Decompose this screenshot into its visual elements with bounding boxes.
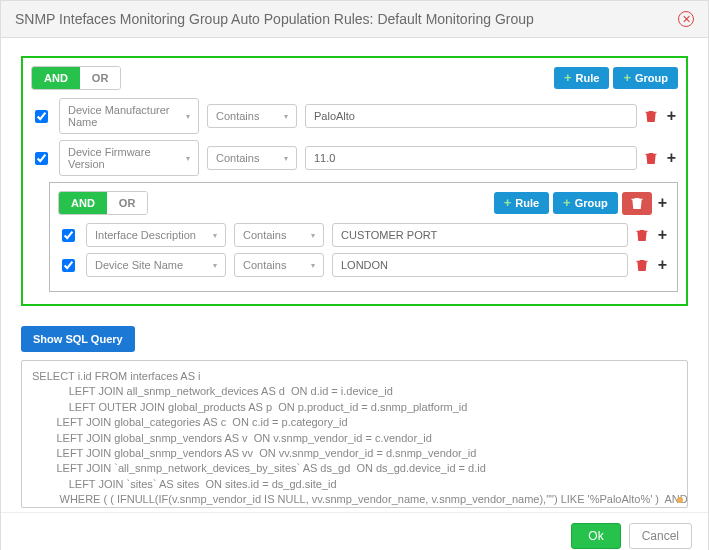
rule-checkbox[interactable] [35, 110, 48, 123]
add-rule-inline-button[interactable]: + [665, 149, 678, 167]
delete-group-button[interactable] [622, 192, 652, 215]
and-button[interactable]: AND [32, 67, 80, 89]
scroll-indicator-icon [677, 497, 683, 503]
plus-icon: + [504, 198, 512, 208]
rule-checkbox[interactable] [62, 229, 75, 242]
outer-rule-group: AND OR + Rule + Group [21, 56, 688, 306]
add-group-label: Group [635, 72, 668, 84]
field-select[interactable]: Device Firmware Version ▾ [59, 140, 199, 176]
value-input[interactable] [305, 104, 637, 128]
field-select[interactable]: Device Manufacturer Name ▾ [59, 98, 199, 134]
field-label: Interface Description [95, 229, 196, 241]
and-button[interactable]: AND [59, 192, 107, 214]
sql-section: Show SQL Query SELECT i.id FROM interfac… [1, 314, 708, 512]
outer-group-header: AND OR + Rule + Group [31, 66, 678, 90]
inner-group-actions: + Rule + Group + [494, 192, 669, 215]
rule-row: Device Firmware Version ▾ Contains ▾ + [31, 140, 678, 176]
add-rule-label: Rule [576, 72, 600, 84]
rule-checkbox[interactable] [62, 259, 75, 272]
operator-select[interactable]: Contains ▾ [234, 223, 324, 247]
field-label: Device Firmware Version [68, 146, 182, 170]
operator-label: Contains [243, 259, 286, 271]
chevron-down-icon: ▾ [186, 154, 190, 163]
rule-row: Device Site Name ▾ Contains ▾ + [58, 253, 669, 277]
chevron-down-icon: ▾ [213, 261, 217, 270]
operator-label: Contains [243, 229, 286, 241]
field-select[interactable]: Interface Description ▾ [86, 223, 226, 247]
add-rule-button[interactable]: + Rule [554, 67, 609, 89]
rule-checkbox[interactable] [35, 152, 48, 165]
trash-icon[interactable] [645, 110, 657, 123]
modal-body: AND OR + Rule + Group [1, 38, 708, 314]
chevron-down-icon: ▾ [284, 154, 288, 163]
add-group-inline-button[interactable]: + [656, 194, 669, 212]
add-rule-inline-button[interactable]: + [656, 256, 669, 274]
logic-toggle: AND OR [58, 191, 148, 215]
trash-icon[interactable] [645, 152, 657, 165]
add-rule-inline-button[interactable]: + [665, 107, 678, 125]
trash-icon[interactable] [636, 259, 648, 272]
or-button[interactable]: OR [80, 67, 121, 89]
chevron-down-icon: ▾ [284, 112, 288, 121]
add-group-label: Group [575, 197, 608, 209]
field-label: Device Site Name [95, 259, 183, 271]
modal: SNMP Intefaces Monitoring Group Auto Pop… [0, 0, 709, 550]
chevron-down-icon: ▾ [186, 112, 190, 121]
operator-select[interactable]: Contains ▾ [234, 253, 324, 277]
chevron-down-icon: ▾ [311, 261, 315, 270]
inner-group-header: AND OR + Rule + Group [58, 191, 669, 215]
sql-query-box[interactable]: SELECT i.id FROM interfaces AS i LEFT JO… [21, 360, 688, 508]
chevron-down-icon: ▾ [311, 231, 315, 240]
inner-rule-group: AND OR + Rule + Group [49, 182, 678, 292]
plus-icon: + [564, 73, 572, 83]
add-group-button[interactable]: + Group [613, 67, 678, 89]
field-label: Device Manufacturer Name [68, 104, 182, 128]
rule-row: Device Manufacturer Name ▾ Contains ▾ + [31, 98, 678, 134]
chevron-down-icon: ▾ [213, 231, 217, 240]
add-group-button[interactable]: + Group [553, 192, 618, 214]
add-rule-inline-button[interactable]: + [656, 226, 669, 244]
outer-group-actions: + Rule + Group [554, 67, 678, 89]
show-sql-button[interactable]: Show SQL Query [21, 326, 135, 352]
ok-button[interactable]: Ok [571, 523, 620, 549]
operator-label: Contains [216, 110, 259, 122]
value-input[interactable] [332, 223, 628, 247]
add-rule-label: Rule [515, 197, 539, 209]
logic-toggle: AND OR [31, 66, 121, 90]
add-rule-button[interactable]: + Rule [494, 192, 549, 214]
close-icon[interactable]: ✕ [678, 11, 694, 27]
cancel-button[interactable]: Cancel [629, 523, 692, 549]
rule-row: Interface Description ▾ Contains ▾ + [58, 223, 669, 247]
modal-title: SNMP Intefaces Monitoring Group Auto Pop… [15, 11, 534, 27]
plus-icon: + [563, 198, 571, 208]
operator-label: Contains [216, 152, 259, 164]
operator-select[interactable]: Contains ▾ [207, 104, 297, 128]
plus-icon: + [623, 73, 631, 83]
modal-header: SNMP Intefaces Monitoring Group Auto Pop… [1, 1, 708, 38]
or-button[interactable]: OR [107, 192, 148, 214]
operator-select[interactable]: Contains ▾ [207, 146, 297, 170]
trash-icon[interactable] [636, 229, 648, 242]
value-input[interactable] [305, 146, 637, 170]
value-input[interactable] [332, 253, 628, 277]
field-select[interactable]: Device Site Name ▾ [86, 253, 226, 277]
modal-footer: Ok Cancel [1, 512, 708, 550]
